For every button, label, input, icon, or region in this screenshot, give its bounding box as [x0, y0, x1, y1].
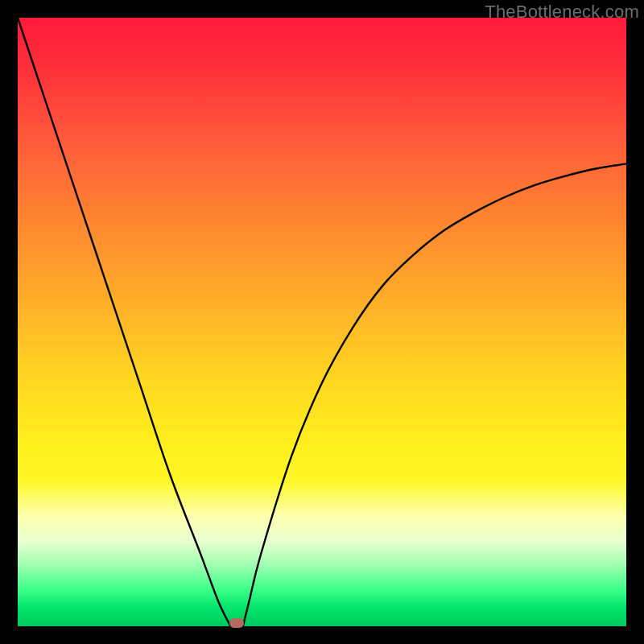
bottleneck-curve — [18, 18, 626, 626]
optimal-point-marker — [229, 618, 244, 628]
plot-area — [18, 18, 626, 626]
outer-frame: TheBottleneck.com — [0, 0, 644, 644]
